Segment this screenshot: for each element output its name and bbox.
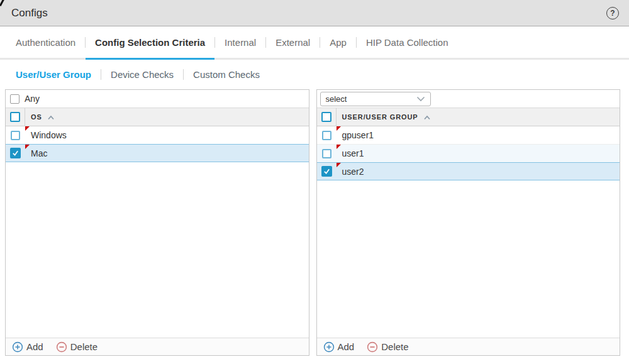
- edited-marker: [25, 145, 30, 149]
- any-option[interactable]: Any: [6, 94, 40, 104]
- os-column-header[interactable]: OS: [25, 111, 55, 123]
- subtab-user-user-group[interactable]: User/User Group: [6, 69, 101, 80]
- os-panel: Any OS Windows: [5, 89, 309, 356]
- add-button[interactable]: Add: [12, 341, 43, 353]
- os-header-checkbox-cell: [6, 108, 25, 126]
- row-cell: gpuser1: [337, 126, 620, 144]
- row-cell: Windows: [25, 126, 309, 144]
- page-title: Configs: [11, 7, 48, 19]
- table-row-windows[interactable]: Windows: [6, 126, 309, 145]
- os-table-empty-space: [6, 162, 309, 338]
- tab-config-selection-criteria[interactable]: Config Selection Criteria: [86, 26, 214, 60]
- row-checkbox-cell: [317, 163, 337, 180]
- tab-app[interactable]: App: [320, 26, 356, 60]
- row-label: Mac: [31, 148, 47, 158]
- add-circle-icon: [323, 341, 335, 353]
- os-any-row: Any: [6, 90, 309, 108]
- chevron-down-icon: [416, 96, 425, 102]
- gpuser1-checkbox[interactable]: [322, 131, 331, 140]
- delete-button-label: Delete: [381, 341, 408, 352]
- subtab-device-checks[interactable]: Device Checks: [101, 69, 183, 80]
- add-button-label: Add: [338, 341, 355, 352]
- user-column-header-label: USER/USER GROUP: [342, 113, 418, 121]
- row-checkbox-cell: [317, 126, 337, 144]
- user-select-value: select: [326, 94, 347, 104]
- delete-circle-icon: [367, 341, 378, 353]
- tab-bar: Authentication Config Selection Criteria…: [0, 26, 629, 60]
- edited-marker: [337, 126, 341, 131]
- os-select-all-checkbox[interactable]: [10, 112, 20, 122]
- tab-internal[interactable]: Internal: [215, 26, 265, 60]
- user-panel-footer: Add Delete: [317, 338, 620, 355]
- table-row-mac[interactable]: Mac: [6, 144, 309, 162]
- user1-checkbox[interactable]: [322, 149, 331, 158]
- subtab-custom-checks[interactable]: Custom Checks: [184, 69, 269, 80]
- tab-hip-data-collection[interactable]: HIP Data Collection: [357, 26, 458, 60]
- user2-checkbox[interactable]: [321, 166, 332, 177]
- row-label: user1: [342, 148, 364, 158]
- user-group-panel: select USER/USER GROUP: [316, 89, 621, 356]
- user-table-empty-space: [317, 180, 620, 338]
- user-select-all-checkbox[interactable]: [321, 112, 331, 122]
- user-column-header[interactable]: USER/USER GROUP: [337, 111, 431, 123]
- user-table-header: USER/USER GROUP: [317, 108, 620, 126]
- delete-circle-icon: [56, 341, 67, 353]
- edited-marker: [337, 145, 341, 149]
- edited-marker: [25, 126, 30, 131]
- table-row-gpuser1[interactable]: gpuser1: [317, 126, 620, 145]
- row-cell: Mac: [25, 145, 309, 162]
- windows-checkbox[interactable]: [11, 131, 20, 140]
- add-button-label: Add: [26, 341, 43, 352]
- tab-external[interactable]: External: [266, 26, 320, 60]
- delete-button[interactable]: Delete: [56, 341, 97, 353]
- subtab-bar: User/User Group Device Checks Custom Che…: [0, 60, 629, 89]
- add-button[interactable]: Add: [323, 341, 355, 353]
- row-checkbox-cell: [6, 126, 25, 144]
- row-label: user2: [342, 167, 364, 177]
- sort-ascending-icon: [423, 111, 431, 123]
- row-checkbox-cell: [317, 145, 337, 162]
- row-cell: user1: [337, 145, 620, 162]
- edited-marker: [337, 163, 341, 167]
- add-circle-icon: [12, 341, 23, 353]
- table-row-user1[interactable]: user1: [317, 145, 620, 163]
- user-header-checkbox-cell: [317, 108, 337, 126]
- os-column-header-label: OS: [31, 113, 42, 121]
- tab-authentication[interactable]: Authentication: [6, 26, 85, 60]
- row-cell: user2: [337, 163, 620, 180]
- help-icon[interactable]: ?: [606, 7, 619, 19]
- sort-ascending-icon: [47, 111, 55, 123]
- os-panel-footer: Add Delete: [6, 338, 309, 355]
- delete-button[interactable]: Delete: [367, 341, 408, 353]
- content-area: Any OS Windows: [5, 89, 620, 356]
- delete-button-label: Delete: [70, 341, 97, 352]
- os-table-header: OS: [6, 108, 309, 126]
- user-select-row: select: [317, 90, 620, 108]
- mac-checkbox[interactable]: [10, 148, 21, 158]
- row-label: Windows: [31, 130, 67, 140]
- table-row-user2[interactable]: user2: [317, 162, 620, 180]
- titlebar: Configs ?: [0, 0, 629, 26]
- row-checkbox-cell: [6, 145, 25, 162]
- user-select-dropdown[interactable]: select: [320, 92, 431, 106]
- any-label: Any: [25, 94, 40, 104]
- row-label: gpuser1: [342, 130, 374, 140]
- any-checkbox[interactable]: [10, 94, 19, 104]
